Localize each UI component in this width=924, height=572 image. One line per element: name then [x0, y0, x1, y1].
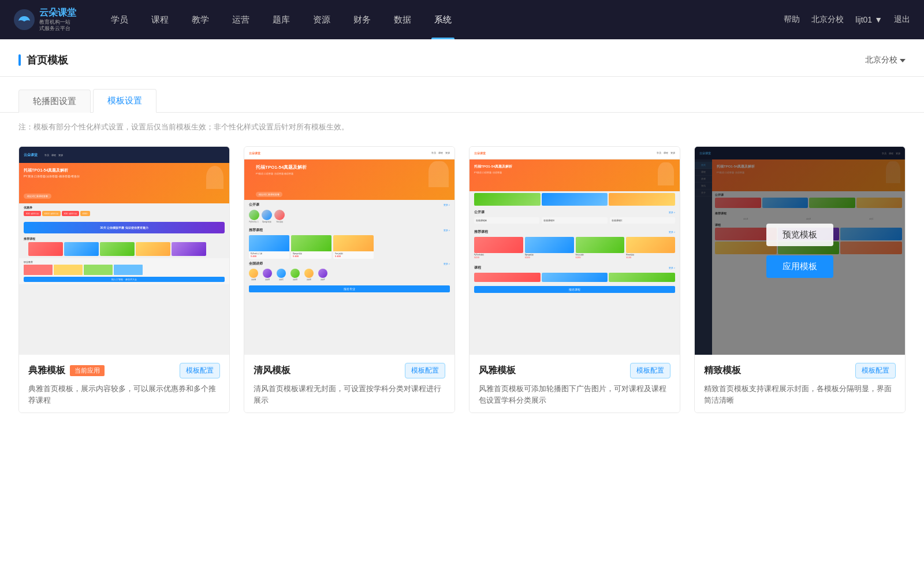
title-bar-decoration: [18, 54, 21, 66]
template-card-qingfeng[interactable]: 云朵课堂 学员 课程 资源 托福TPO1-54真题及解析 PY英语 口语答题·法…: [244, 146, 455, 413]
nav-teaching[interactable]: 教学: [180, 0, 221, 39]
template-preview-qingfeng: 云朵课堂 学员 课程 资源 托福TPO1-54真题及解析 PY英语 口语答题·法…: [244, 147, 454, 355]
template-preview-dianyan: 云朵课堂 学员 课程 资源 托福TPO1-54真题及解析PY英语 口语答题·法语…: [19, 147, 229, 355]
svg-point-1: [22, 16, 27, 21]
template-name-3: 风雅模板: [479, 365, 516, 377]
page-content: 首页模板 北京分校 轮播图设置 模板设置 注：模板有部分个性化样式设置，设置后仅…: [0, 39, 924, 572]
logout-button[interactable]: 退出: [894, 14, 910, 25]
tab-templates[interactable]: 模板设置: [93, 89, 157, 113]
page-title-area: 首页模板: [18, 53, 68, 76]
nav-questions[interactable]: 题库: [261, 0, 301, 39]
branch-selector-label: 北京分校: [865, 55, 897, 65]
nav-students[interactable]: 学员: [99, 0, 140, 39]
config-btn-qingfeng[interactable]: 模板配置: [405, 363, 445, 378]
template-name-1: 典雅模板: [28, 365, 65, 377]
tab-carousel[interactable]: 轮播图设置: [18, 90, 91, 113]
template-footer-dianyan: 典雅模板 当前应用 模板配置 典雅首页模板，展示内容较多，可以展示优惠券和多个推…: [19, 355, 229, 413]
page-title: 首页模板: [27, 53, 68, 67]
config-btn-fengya[interactable]: 模板配置: [630, 363, 670, 378]
template-card-fengya[interactable]: 云朵课堂 学员 课程 资源 托福TPO1-54真题及解析 PY英语 口语答题·法…: [469, 146, 680, 413]
preview-screenshot-2: 云朵课堂 学员 课程 资源 托福TPO1-54真题及解析 PY英语 口语答题·法…: [244, 147, 454, 355]
logo-name: 云朵课堂: [39, 7, 76, 19]
logo-sub: 教育机构一站 式服务云平台: [39, 19, 76, 32]
config-btn-dianyan[interactable]: 模板配置: [180, 363, 220, 378]
preview-template-btn[interactable]: 预览模板: [766, 224, 833, 246]
current-badge-1: 当前应用: [70, 365, 105, 376]
preview-screenshot-1: 云朵课堂 学员 课程 资源 托福TPO1-54真题及解析PY英语 口语答题·法语…: [19, 147, 229, 355]
template-card-dianyan[interactable]: 云朵课堂 学员 课程 资源 托福TPO1-54真题及解析PY英语 口语答题·法语…: [18, 146, 230, 413]
main-header: 云朵课堂 教育机构一站 式服务云平台 学员 课程 教学 运营 题库 资源 财务 …: [0, 0, 924, 39]
chevron-down-icon: [900, 59, 906, 62]
template-card-jingzhi[interactable]: 云朵课堂 学员 课程 资源 首页 课程 讲师 资讯 关: [694, 146, 906, 413]
template-desc-1: 典雅首页模板，展示内容较多，可以展示优惠券和多个推荐课程: [28, 383, 220, 406]
template-desc-2: 清风首页模板课程无封面，可设置按学科分类对课程进行展示: [254, 383, 445, 406]
template-name-4: 精致模板: [704, 365, 741, 377]
nav-system[interactable]: 系统: [423, 0, 463, 39]
template-footer-qingfeng: 清风模板 模板配置 清风首页模板课程无封面，可设置按学科分类对课程进行展示: [244, 355, 454, 413]
template-desc-4: 精致首页模板支持课程展示封面，各模板分隔明显，界面简洁清晰: [704, 383, 896, 406]
template-name-2: 清风模板: [254, 365, 290, 377]
logo[interactable]: 云朵课堂 教育机构一站 式服务云平台: [14, 7, 76, 32]
logo-icon: [14, 9, 35, 30]
main-nav: 学员 课程 教学 运营 题库 资源 财务 数据 系统: [99, 0, 784, 39]
config-btn-jingzhi[interactable]: 模板配置: [855, 363, 896, 378]
nav-operations[interactable]: 运营: [221, 0, 261, 39]
preview-screenshot-3: 云朵课堂 学员 课程 资源 托福TPO1-54真题及解析 PY英语 口语答题·法…: [470, 147, 680, 355]
user-menu[interactable]: lijt01 ▼: [855, 15, 882, 24]
template-desc-3: 风雅首页模板可添加轮播图下广告图片，可对课程及课程包设置学科分类展示: [479, 383, 670, 406]
help-link[interactable]: 帮助: [784, 14, 800, 25]
template-footer-fengya: 风雅模板 模板配置 风雅首页模板可添加轮播图下广告图片，可对课程及课程包设置学科…: [470, 355, 680, 413]
branch-name[interactable]: 北京分校: [811, 14, 844, 25]
template-preview-fengya: 云朵课堂 学员 课程 资源 托福TPO1-54真题及解析 PY英语 口语答题·法…: [470, 147, 680, 355]
page-header: 首页模板 北京分校: [0, 39, 924, 77]
notice-bar: 注：模板有部分个性化样式设置，设置后仅当前模板生效；非个性化样式设置后针对所有模…: [0, 113, 924, 142]
branch-selector[interactable]: 北京分校: [865, 55, 906, 75]
template-overlay-jingzhi: 预览模板 应用模板: [695, 147, 905, 355]
template-footer-jingzhi: 精致模板 模板配置 精致首页模板支持课程展示封面，各模板分隔明显，界面简洁清晰: [695, 355, 905, 413]
tabs-container: 轮播图设置 模板设置: [0, 88, 924, 113]
nav-resources[interactable]: 资源: [301, 0, 342, 39]
template-preview-jingzhi: 云朵课堂 学员 课程 资源 首页 课程 讲师 资讯 关: [695, 147, 905, 355]
nav-data[interactable]: 数据: [382, 0, 423, 39]
templates-grid: 云朵课堂 学员 课程 资源 托福TPO1-54真题及解析PY英语 口语答题·法语…: [0, 142, 924, 436]
apply-template-btn[interactable]: 应用模板: [766, 255, 833, 278]
header-right: 帮助 北京分校 lijt01 ▼ 退出: [784, 14, 910, 25]
nav-finance[interactable]: 财务: [342, 0, 382, 39]
nav-courses[interactable]: 课程: [140, 0, 180, 39]
